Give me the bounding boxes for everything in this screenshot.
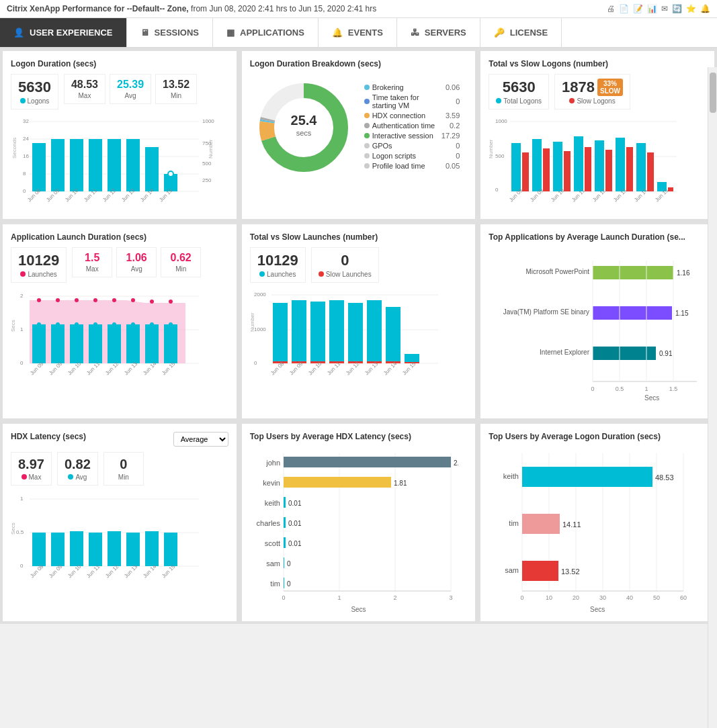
header-title: Citrix XenApp Performance for --Default-… (7, 4, 189, 13)
logon-duration-title: Logon Duration (secs) (11, 59, 228, 69)
tab-servers[interactable]: 🖧 SERVERS (397, 18, 480, 47)
header-toolbar: 🖨 📄 📝 📊 ✉ 🔄 ⭐ 🔔 (607, 4, 710, 13)
svg-text:60: 60 (680, 594, 687, 601)
legend-hdx: HDX connection 3.59 (364, 111, 460, 120)
grid-icon: ▦ (226, 28, 235, 38)
top-users-logon-x-label: Secs (489, 606, 706, 613)
svg-rect-228 (522, 561, 558, 581)
app-launch-chart: 2 1 0 (11, 288, 219, 382)
email-icon[interactable]: ✉ (661, 4, 668, 13)
svg-rect-82 (108, 324, 121, 363)
svg-rect-173 (145, 531, 159, 566)
tab-events[interactable]: 🔔 EVENTS (319, 18, 397, 47)
svg-point-93 (169, 300, 173, 304)
legend-logon-scripts: Logon scripts 0 (364, 152, 460, 160)
svg-rect-83 (126, 324, 140, 363)
svg-rect-50 (553, 142, 562, 191)
svg-rect-56 (616, 138, 625, 191)
legend-auth: Authentication time 0.2 (364, 122, 460, 130)
svg-point-101 (169, 322, 173, 326)
alert-icon[interactable]: 🔔 (700, 4, 710, 13)
svg-rect-18 (108, 139, 121, 191)
svg-text:500: 500 (202, 161, 212, 167)
svg-point-89 (93, 298, 97, 302)
svg-point-99 (131, 322, 135, 326)
svg-text:0: 0 (20, 360, 24, 366)
svg-text:20: 20 (573, 594, 579, 601)
top-apps-launch-chart: Microsoft PowerPoint 1.16 Java(TM) Platf… (489, 247, 697, 408)
svg-rect-119 (310, 302, 325, 363)
svg-rect-55 (605, 150, 612, 191)
top-users-hdx-chart: john kevin keith charles scott sam tim 2… (250, 447, 458, 601)
svg-text:50: 50 (653, 594, 660, 601)
svg-text:keith: keith (503, 472, 519, 480)
svg-rect-171 (108, 531, 121, 566)
svg-text:1000: 1000 (254, 326, 266, 332)
svg-rect-61 (668, 187, 673, 191)
top-users-logon-chart: keith tim sam 48.53 14.11 13.52 0 10 20 (489, 447, 697, 601)
svg-rect-51 (564, 151, 571, 191)
svg-rect-79 (51, 324, 65, 363)
pdf-icon[interactable]: 📄 (619, 4, 629, 13)
slow-badge: 33%SLOW (597, 79, 623, 96)
star-icon[interactable]: ⭐ (686, 4, 696, 13)
svg-point-90 (112, 298, 116, 302)
svg-text:kevin: kevin (263, 479, 280, 487)
svg-text:10: 10 (546, 594, 552, 601)
svg-point-97 (93, 322, 97, 326)
svg-text:16: 16 (23, 153, 29, 159)
refresh-icon[interactable]: 🔄 (672, 4, 682, 13)
tab-user-experience[interactable]: 👤 USER EXPERIENCE (0, 18, 127, 47)
scrollbar-thumb[interactable] (710, 73, 716, 113)
total-slow-launches-stats: 10129 Launches 0 Slow Launches (250, 247, 468, 283)
export-icon[interactable]: 📊 (647, 4, 657, 13)
tab-sessions[interactable]: 🖥 SESSIONS (127, 18, 213, 47)
svg-rect-15 (51, 139, 65, 191)
svg-text:1: 1 (337, 594, 341, 601)
hdx-latency-dropdown[interactable]: Average Maximum Minimum (173, 432, 228, 447)
widget-top-users-hdx: Top Users by Average HDX Latency (secs) … (242, 424, 476, 621)
logon-duration-chart: 32 24 16 8 0 1000 750 500 250 (11, 115, 219, 209)
svg-rect-46 (511, 143, 521, 191)
svg-rect-47 (522, 152, 529, 191)
tab-license[interactable]: 🔑 LICENSE (480, 18, 562, 47)
svg-text:Secs: Secs (11, 320, 16, 332)
total-slow-launches-title: Total vs Slow Launches (number) (250, 232, 468, 242)
svg-text:1.81: 1.81 (394, 480, 407, 487)
svg-text:32: 32 (23, 118, 29, 124)
svg-text:0: 0 (287, 560, 291, 567)
svg-rect-203 (284, 537, 286, 548)
total-logons-stat: 5630 Total Logons (489, 74, 549, 109)
doc-icon[interactable]: 📝 (633, 4, 643, 13)
app-launch-title: Application Launch Duration (secs) (11, 232, 228, 242)
print-icon[interactable]: 🖨 (607, 4, 615, 13)
total-slow-logons-chart: 1000 500 0 Jun 09 Jun 09 (489, 115, 697, 209)
widget-app-launch-duration: Application Launch Duration (secs) 10129… (3, 224, 237, 418)
logon-breakdown-legend: Brokering 0.06 Time taken forstarting VM… (364, 83, 460, 172)
svg-text:Microsoft PowerPoint: Microsoft PowerPoint (526, 268, 590, 275)
tab-applications[interactable]: ▦ APPLICATIONS (213, 18, 319, 47)
svg-text:1: 1 (20, 326, 24, 332)
legend-interactive: Interactive session 17.29 (364, 132, 460, 140)
svg-point-88 (75, 298, 79, 302)
svg-text:1.15: 1.15 (675, 310, 689, 317)
svg-rect-17 (89, 139, 102, 191)
svg-rect-16 (70, 139, 83, 191)
svg-text:13.52: 13.52 (561, 567, 580, 576)
svg-rect-224 (522, 467, 652, 487)
svg-point-98 (112, 322, 116, 326)
svg-rect-122 (367, 300, 382, 363)
svg-point-86 (37, 298, 41, 302)
app-launch-stats: 10129 Launches 1.5 Max 1.06 Avg 0.62 Min (11, 247, 228, 283)
legend-profile: Profile load time 0.05 (364, 162, 460, 170)
svg-text:0.01: 0.01 (288, 520, 302, 527)
svg-rect-118 (292, 300, 306, 363)
svg-rect-78 (32, 324, 46, 363)
svg-text:1000: 1000 (495, 118, 507, 124)
widget-logon-breakdown: Logon Duration Breakdown (secs) 25.4 sec… (242, 51, 476, 219)
svg-rect-197 (284, 477, 391, 488)
svg-rect-58 (636, 143, 646, 191)
svg-text:0: 0 (521, 594, 524, 601)
svg-rect-49 (543, 148, 550, 191)
scrollbar[interactable] (708, 67, 717, 624)
